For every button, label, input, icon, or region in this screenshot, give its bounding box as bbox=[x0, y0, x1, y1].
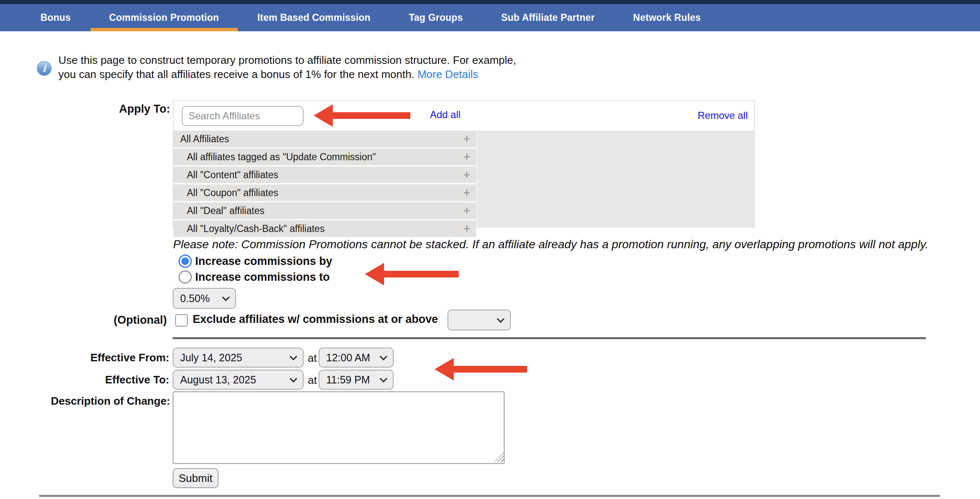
increase-by-radio-row: Increase commissions by bbox=[178, 255, 332, 268]
selected-affiliates-panel bbox=[477, 131, 754, 227]
affiliate-group-label: All "Deal" affiliates bbox=[187, 205, 264, 217]
bottom-divider bbox=[39, 495, 940, 497]
affiliate-group-row[interactable]: All "Coupon" affiliates+ bbox=[173, 184, 476, 201]
effective-from-time-select[interactable]: 12:00 AM bbox=[319, 348, 394, 368]
affiliate-group-label: All "Loyalty/Cash-Back" affiliates bbox=[187, 223, 324, 234]
description-textarea[interactable] bbox=[173, 391, 505, 464]
affiliate-group-row[interactable]: All "Deal" affiliates+ bbox=[173, 202, 476, 219]
arrow-tail bbox=[330, 112, 410, 119]
nav-tabs: BonusCommission PromotionItem Based Comm… bbox=[0, 4, 980, 31]
amount-select[interactable]: 0.50% bbox=[173, 288, 236, 309]
add-affiliate-icon[interactable]: + bbox=[463, 169, 470, 181]
exclude-threshold-select[interactable] bbox=[447, 310, 511, 330]
more-details-link[interactable]: More Details bbox=[417, 68, 478, 81]
arrow-tail bbox=[451, 366, 527, 373]
at-label: at bbox=[308, 352, 317, 365]
chevron-down-icon bbox=[379, 353, 387, 360]
add-affiliate-icon[interactable]: + bbox=[463, 222, 470, 235]
info-icon-glyph: i bbox=[43, 63, 46, 74]
page-description-line2-text: you can specify that all affiliates rece… bbox=[58, 68, 417, 81]
affiliate-group-row[interactable]: All affiliates tagged as "Update Commiss… bbox=[173, 149, 476, 165]
page-description-line2: you can specify that all affiliates rece… bbox=[58, 67, 516, 81]
effective-to-date-select[interactable]: August 13, 2025 bbox=[173, 370, 304, 390]
effective-from-date-select[interactable]: July 14, 2025 bbox=[173, 348, 304, 368]
info-icon: i bbox=[37, 61, 52, 76]
effective-to-time-value: 11:59 PM bbox=[326, 374, 370, 386]
browser-top-strip bbox=[0, 0, 980, 4]
exclude-checkbox[interactable] bbox=[175, 314, 188, 327]
optional-label: (Optional) bbox=[63, 314, 167, 327]
increase-by-radio[interactable] bbox=[178, 255, 192, 268]
affiliate-group-label: All "Content" affiliates bbox=[187, 169, 278, 181]
affiliate-selector-widget: Add all Remove all All Affiliates+All af… bbox=[173, 100, 755, 227]
effective-from-label: Effective From: bbox=[42, 351, 169, 364]
tab-sub-affiliate-partner[interactable]: Sub Affiliate Partner bbox=[482, 4, 613, 31]
arrow-annotation-dates bbox=[435, 358, 527, 381]
submit-button[interactable]: Submit bbox=[173, 468, 219, 488]
remove-all-link[interactable]: Remove all bbox=[698, 110, 748, 121]
arrow-annotation-search bbox=[314, 104, 410, 127]
tab-item-based-commission[interactable]: Item Based Commission bbox=[239, 4, 389, 31]
tab-commission-promotion[interactable]: Commission Promotion bbox=[90, 4, 238, 31]
chevron-down-icon bbox=[289, 375, 297, 382]
search-affiliates-input[interactable] bbox=[182, 106, 304, 126]
effective-from-date-value: July 14, 2025 bbox=[180, 352, 242, 364]
increase-to-label: Increase commissions to bbox=[195, 271, 330, 284]
arrow-annotation-radios bbox=[365, 263, 459, 285]
effective-to-time-select[interactable]: 11:59 PM bbox=[319, 370, 394, 390]
tab-network-rules[interactable]: Network Rules bbox=[614, 4, 719, 31]
chevron-down-icon bbox=[222, 293, 229, 301]
at-label: at bbox=[308, 374, 317, 387]
effective-to-date-value: August 13, 2025 bbox=[180, 374, 256, 386]
arrow-tail bbox=[382, 271, 459, 277]
effective-from-time-value: 12:00 AM bbox=[326, 352, 370, 364]
apply-to-label: Apply To: bbox=[67, 103, 170, 116]
commission-promotion-page: BonusCommission PromotionItem Based Comm… bbox=[0, 0, 980, 499]
tab-tag-groups[interactable]: Tag Groups bbox=[390, 4, 481, 31]
add-affiliate-icon[interactable]: + bbox=[463, 133, 470, 145]
affiliate-group-row[interactable]: All "Content" affiliates+ bbox=[173, 166, 476, 183]
effective-to-label: Effective To: bbox=[42, 373, 169, 386]
section-divider bbox=[173, 337, 926, 339]
affiliate-group-label: All "Coupon" affiliates bbox=[187, 187, 278, 199]
add-affiliate-icon[interactable]: + bbox=[463, 186, 470, 199]
add-affiliate-icon[interactable]: + bbox=[463, 151, 470, 163]
increase-by-label: Increase commissions by bbox=[195, 255, 332, 268]
description-label: Description of Change: bbox=[29, 395, 170, 408]
page-description-line1: Use this page to construct temporary pro… bbox=[58, 53, 516, 67]
chevron-down-icon bbox=[289, 353, 297, 360]
increase-to-radio[interactable] bbox=[178, 270, 192, 284]
affiliate-group-list: All Affiliates+All affiliates tagged as … bbox=[173, 131, 476, 238]
amount-select-value: 0.50% bbox=[180, 292, 210, 305]
exclude-label: Exclude affiliates w/ commissions at or … bbox=[193, 313, 438, 326]
affiliate-group-row[interactable]: All "Loyalty/Cash-Back" affiliates+ bbox=[173, 220, 476, 237]
add-all-link[interactable]: Add all bbox=[430, 109, 460, 121]
affiliate-group-row[interactable]: All Affiliates+ bbox=[173, 131, 476, 147]
add-affiliate-icon[interactable]: + bbox=[463, 204, 470, 217]
affiliate-group-label: All Affiliates bbox=[180, 134, 229, 145]
increase-to-radio-row: Increase commissions to bbox=[178, 270, 330, 284]
tab-bonus[interactable]: Bonus bbox=[22, 4, 90, 31]
chevron-down-icon bbox=[497, 315, 504, 323]
page-description: Use this page to construct temporary pro… bbox=[58, 53, 516, 81]
affiliate-group-label: All affiliates tagged as "Update Commiss… bbox=[187, 151, 376, 163]
chevron-down-icon bbox=[379, 375, 387, 382]
stacking-note: Please note: Commission Promotions canno… bbox=[173, 238, 928, 251]
